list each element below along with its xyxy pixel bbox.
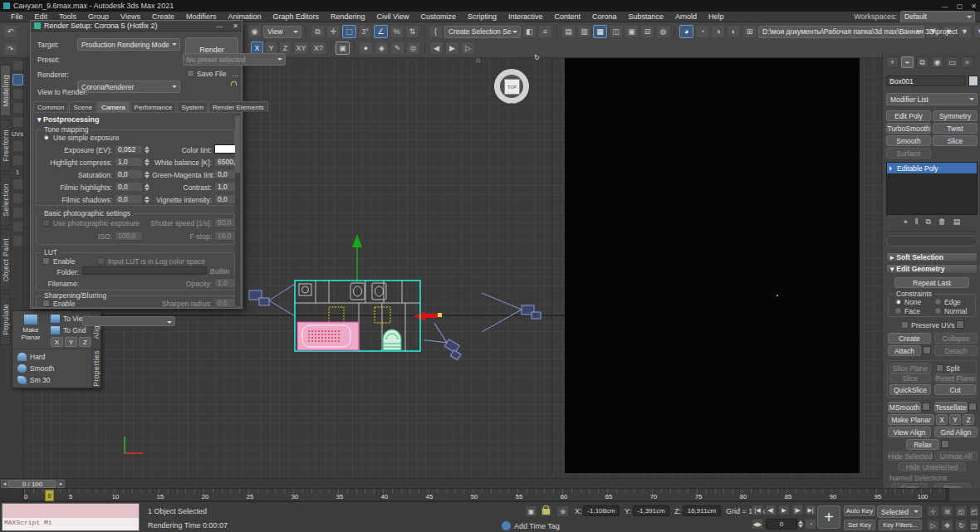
modifier-turbosmooth-button[interactable]: TurboSmooth xyxy=(886,123,931,134)
rendered-frame-window-icon[interactable]: ◔ xyxy=(695,25,709,38)
percent-snap-icon[interactable]: % xyxy=(390,25,404,38)
constraint-normal-radio[interactable] xyxy=(934,307,942,315)
modifier-symmetry-button[interactable]: Symmetry xyxy=(933,110,978,121)
use-simple-exposure-radio[interactable] xyxy=(42,134,50,141)
project-folder-dropdown[interactable]: D:\мои документы\Рабочая папка\3d max\Ва… xyxy=(758,26,924,38)
align-z-button[interactable]: Z xyxy=(79,337,91,347)
ribbon-grid-icon[interactable] xyxy=(12,207,23,218)
view-selector-dropdown[interactable]: View xyxy=(263,26,301,38)
minimize-button[interactable]: — xyxy=(942,2,948,10)
set-key-button[interactable]: Set Key xyxy=(844,520,875,530)
current-frame-field[interactable]: 0 xyxy=(766,519,797,530)
play-icon[interactable]: ▶ xyxy=(778,505,790,515)
trackbar-ruler[interactable]: 0 05101520253035404550556065707580859095… xyxy=(23,488,947,501)
maxscript-mini-listener[interactable]: MAXScript Mi xyxy=(2,503,140,531)
zoom-extents-all-icon[interactable]: ◰ xyxy=(969,505,979,517)
ribbon-tab-freeform[interactable]: Freeform xyxy=(0,120,11,171)
configure-modifier-sets-icon[interactable]: ▤ xyxy=(953,217,961,227)
align-x-button[interactable]: X xyxy=(51,337,63,347)
ribbon-teapot-icon[interactable] xyxy=(12,235,23,246)
cloth-tool-icon[interactable]: ◈ xyxy=(375,41,389,55)
make-planar-cmd-button[interactable]: Make Planar xyxy=(888,414,934,425)
detach-button[interactable]: Detach xyxy=(934,345,978,356)
curve-editor-icon[interactable]: ▣ xyxy=(625,25,639,38)
iso-field[interactable]: 100,0 xyxy=(115,231,143,241)
isolate-selection-icon[interactable]: ▣ xyxy=(525,505,537,517)
properties-panel-label[interactable]: Properties xyxy=(91,349,100,388)
toggle-layer-icon[interactable]: ▥ xyxy=(577,25,591,38)
smooth-30-button[interactable]: Sm 30 xyxy=(17,374,54,386)
y-coord-field[interactable]: -1,391cm xyxy=(633,505,669,516)
tab-render-elements[interactable]: Render Elements xyxy=(208,101,268,112)
reset-plane-button[interactable]: Reset Plane xyxy=(934,373,976,383)
material-editor-icon[interactable]: ◍ xyxy=(656,25,670,38)
collapse-button[interactable]: Collapse xyxy=(934,333,978,344)
tab-camera[interactable]: Camera xyxy=(97,101,129,112)
tab-common[interactable]: Common xyxy=(33,101,68,112)
sharpen-radius-field[interactable]: 0,5 xyxy=(214,298,236,308)
absolute-mode-icon[interactable]: ⊕ xyxy=(556,505,569,517)
ribbon-border-icon[interactable] xyxy=(12,116,23,128)
angle-snap-value-icon[interactable]: 3° xyxy=(358,25,372,38)
named-selection-set-dropdown[interactable]: Create Selection Se xyxy=(444,26,521,38)
graph-editor-icon[interactable]: ◫ xyxy=(609,25,623,38)
slice-button[interactable]: Slice xyxy=(889,373,931,383)
menu-rendering[interactable]: Rendering xyxy=(325,12,371,21)
target-dropdown[interactable]: Production Rendering Mode xyxy=(77,38,180,51)
pin-stack-icon[interactable]: ⌖ xyxy=(904,217,908,227)
filmic-highlights-spinner[interactable] xyxy=(144,182,150,192)
go-to-start-icon[interactable]: |◀ xyxy=(752,505,763,515)
tab-scene[interactable]: Scene xyxy=(69,101,96,112)
orbit-icon[interactable]: ↻ xyxy=(955,520,968,531)
tessellate-button[interactable]: Tessellate xyxy=(934,402,968,412)
make-planar-button[interactable]: Make Planar xyxy=(15,315,47,341)
time-slider-next-icon[interactable]: ▸ xyxy=(57,480,65,488)
cut-button[interactable]: Cut xyxy=(934,384,976,395)
prev-frame-icon[interactable]: ◀| xyxy=(765,505,777,515)
msmooth-settings-icon[interactable] xyxy=(922,403,930,411)
saturation-field[interactable]: 0,0 xyxy=(115,169,143,179)
menu-help[interactable]: Help xyxy=(703,12,730,21)
edit-named-selections-icon[interactable]: { xyxy=(429,25,443,38)
layer-explorer-icon[interactable]: ▤ xyxy=(561,25,576,38)
dialog-minimize-button[interactable]: — xyxy=(216,22,223,30)
workspace-dropdown[interactable]: Default xyxy=(900,11,975,23)
tessellate-settings-icon[interactable] xyxy=(968,403,977,411)
make-unique-icon[interactable]: ⧉ xyxy=(925,217,930,227)
ribbon-tab-selection[interactable]: Selection xyxy=(0,174,11,226)
menu-corona[interactable]: Corona xyxy=(586,12,623,21)
filmic-shadows-spinner[interactable] xyxy=(144,194,150,204)
preserve-uvs-settings-icon[interactable] xyxy=(956,320,964,329)
sun-light-helper[interactable] xyxy=(352,234,362,282)
go-to-end-icon[interactable]: ▶| xyxy=(805,505,816,515)
object-color-swatch[interactable] xyxy=(968,76,978,86)
attach-list-icon[interactable] xyxy=(923,346,931,354)
select-and-move-icon[interactable]: ✛ xyxy=(326,25,341,38)
view-align-button[interactable]: View Align xyxy=(888,427,931,437)
highlight-compress-field[interactable]: 1,0 xyxy=(115,157,143,167)
import-asset-icon[interactable]: ▼ xyxy=(958,25,972,38)
modifier-slice-button[interactable]: Slice xyxy=(933,135,978,146)
axis-constraint-xy-flyout[interactable]: X? xyxy=(311,41,326,55)
dot-tool-icon[interactable]: ◎ xyxy=(406,41,420,55)
camera-right[interactable] xyxy=(482,293,541,332)
maxscript-macro-pane[interactable] xyxy=(2,504,139,518)
render-production-teapot-icon[interactable]: ◑ xyxy=(711,25,725,38)
tab-performance[interactable]: Performance xyxy=(130,101,177,112)
menu-substance[interactable]: Substance xyxy=(623,12,670,21)
menu-customize[interactable]: Customize xyxy=(414,12,462,21)
schematic-view-icon[interactable]: ⊟ xyxy=(640,25,654,38)
toilet[interactable] xyxy=(383,329,401,350)
redo-icon[interactable]: ↷ xyxy=(3,42,17,56)
lut-folder-field[interactable] xyxy=(82,266,207,275)
ribbon-unwrap-icon[interactable] xyxy=(12,154,23,166)
menu-scripting[interactable]: Scripting xyxy=(462,12,502,21)
compass-south[interactable]: S xyxy=(510,102,513,107)
ribbon-tab-modeling[interactable]: Modeling xyxy=(0,65,11,116)
camera-bottom[interactable] xyxy=(424,323,468,360)
use-photographic-checkbox[interactable] xyxy=(42,219,50,227)
quickslice-button[interactable]: QuickSlice xyxy=(889,384,931,395)
spinner-snap-icon[interactable]: ⇅ xyxy=(405,25,419,38)
zoom-all-icon[interactable]: ⊞ xyxy=(941,505,953,517)
set-keys-button[interactable]: + xyxy=(817,505,840,529)
